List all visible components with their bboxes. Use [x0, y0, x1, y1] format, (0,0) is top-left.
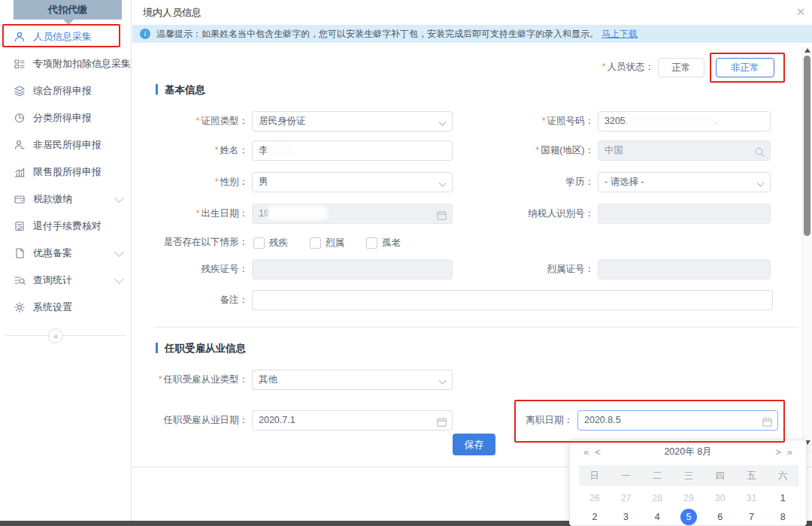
- birth-date-input[interactable]: 19: [252, 204, 453, 224]
- prev-month-icon[interactable]: <: [592, 446, 604, 458]
- day-cell[interactable]: 29: [673, 488, 704, 508]
- sidebar-item-query-statistics[interactable]: 查询统计: [0, 267, 132, 294]
- date-picker-title: 2020年 8月: [604, 446, 772, 458]
- taxpayer-id-input[interactable]: [598, 204, 771, 224]
- checkbox-elderly[interactable]: 孤老: [366, 237, 401, 249]
- employment-type-select[interactable]: 其他: [252, 370, 453, 390]
- search-icon: [754, 146, 765, 157]
- redacted-text: [269, 207, 326, 219]
- employment-date-input[interactable]: 2020.7.1: [252, 410, 453, 431]
- status-normal-button[interactable]: 正常: [658, 58, 704, 77]
- cert-type-label: *证照类型：: [135, 111, 248, 132]
- day-cell[interactable]: 28: [641, 488, 673, 508]
- checkbox-disabled[interactable]: 残疾: [253, 237, 288, 249]
- person-icon: [14, 31, 26, 43]
- save-button[interactable]: 保存: [453, 434, 495, 455]
- section-bar: [156, 343, 158, 353]
- martyr-no-label: 烈属证号：: [481, 259, 594, 280]
- education-select[interactable]: - 请选择 -: [598, 172, 771, 192]
- martyr-no-input[interactable]: [598, 259, 771, 280]
- birth-date-label: *出生日期：: [135, 204, 248, 224]
- notice-banner: i 温馨提示：如果姓名当中包含生僻字的，您可以安装生僻字补丁包，安装完成后即可支…: [132, 25, 812, 43]
- sidebar-item-nonresident-income[interactable]: 非居民所得申报: [0, 132, 132, 159]
- sidebar-menu: 人员信息采集 专项附加扣除信息采集 综合所得申报 分类所得申报 非居民所得申报 …: [0, 23, 132, 321]
- modal-title: 境内人员信息: [143, 6, 201, 20]
- day-cell[interactable]: 8: [767, 507, 798, 526]
- chevron-down-icon: [114, 247, 124, 257]
- sidebar-item-label: 退付手续费核对: [33, 219, 102, 233]
- checkbox-icon: [366, 237, 377, 249]
- education-label: 学历：: [481, 172, 594, 192]
- section-divider: [154, 327, 798, 328]
- day-cell[interactable]: 27: [611, 488, 642, 508]
- calendar-icon: [762, 416, 773, 427]
- sidebar-item-refund-fee-check[interactable]: 退付手续费核对: [0, 213, 132, 240]
- wallet-icon: [14, 193, 26, 205]
- gender-label: *性别：: [135, 172, 248, 192]
- leave-date-label: 离职日期：: [483, 410, 573, 431]
- employment-date-label: 任职受雇从业日期：: [135, 410, 248, 431]
- person-badge-icon: [14, 139, 26, 151]
- day-cell[interactable]: 6: [704, 507, 736, 526]
- sidebar-divider: [6, 335, 126, 336]
- sidebar-item-label: 优惠备案: [33, 246, 72, 260]
- day-cell[interactable]: 7: [736, 507, 768, 526]
- date-picker: « < 2020年 8月 > » 日一二三四五六 26 27 28 29 30 …: [569, 440, 807, 526]
- cert-no-input[interactable]: 3205..: [598, 111, 771, 132]
- section-basic-info: 基本信息: [156, 83, 205, 97]
- name-label: *姓名：: [135, 141, 248, 161]
- nationality-input[interactable]: 中国: [598, 141, 771, 161]
- close-icon[interactable]: ✕: [792, 4, 809, 20]
- chevron-down-icon: [439, 180, 447, 187]
- section-employment-info: 任职受雇从业信息: [156, 342, 246, 355]
- day-cell[interactable]: 4: [641, 507, 673, 526]
- next-month-icon[interactable]: >: [772, 446, 784, 458]
- sidebar-item-label: 分类所得申报: [33, 111, 92, 125]
- sidebar-item-tax-payment[interactable]: 税款缴纳: [0, 186, 132, 213]
- sidebar-collapse-button[interactable]: «: [48, 328, 63, 343]
- sidebar-item-label: 系统设置: [33, 301, 72, 314]
- scrollbar-thumb[interactable]: [804, 56, 810, 236]
- day-cell[interactable]: 31: [736, 488, 768, 508]
- cert-no-label: *证照号码：: [481, 111, 594, 132]
- remark-input[interactable]: [252, 290, 773, 310]
- bar-chart-icon: [14, 166, 26, 178]
- day-cell[interactable]: 2: [579, 507, 611, 526]
- day-cell[interactable]: 3: [611, 507, 642, 526]
- date-row: 2 3 4 5 6 7 8: [579, 507, 798, 526]
- sidebar-item-classified-income[interactable]: 分类所得申报: [0, 104, 132, 132]
- leave-date-input[interactable]: 2020.8.5: [577, 410, 778, 431]
- sidebar-item-personnel-info[interactable]: 人员信息采集: [0, 23, 132, 50]
- sidebar-header-tab[interactable]: 代扣代缴: [14, 0, 122, 20]
- checkbox-martyr[interactable]: 烈属: [310, 237, 344, 249]
- required-mark: *: [602, 62, 606, 72]
- search-list-icon: [14, 274, 26, 286]
- scrollbar-up-arrow[interactable]: [804, 48, 810, 53]
- status-abnormal-button[interactable]: 非正常: [716, 58, 774, 77]
- info-icon: i: [140, 29, 150, 39]
- sidebar-item-restricted-stock[interactable]: 限售股所得申报: [0, 159, 132, 186]
- calendar-icon: [436, 209, 447, 220]
- day-cell[interactable]: 1: [767, 488, 798, 508]
- sidebar-item-special-deduction[interactable]: 专项附加扣除信息采集: [0, 50, 132, 77]
- sidebar-item-preferential-filing[interactable]: 优惠备案: [0, 240, 132, 267]
- next-year-icon[interactable]: »: [784, 446, 795, 458]
- layers-icon: [14, 85, 26, 97]
- prev-year-icon[interactable]: «: [580, 446, 592, 458]
- day-cell[interactable]: 30: [704, 488, 736, 508]
- disability-no-input[interactable]: [252, 259, 453, 280]
- download-link[interactable]: 马上下载: [601, 28, 638, 41]
- day-cell-selected[interactable]: 5: [673, 507, 704, 526]
- sidebar-item-system-settings[interactable]: 系统设置: [0, 294, 132, 321]
- sidebar-item-comprehensive-income[interactable]: 综合所得申报: [0, 77, 132, 104]
- taxpayer-id-label: 纳税人识别号：: [481, 204, 594, 224]
- nationality-label: *国籍(地区)：: [481, 141, 594, 161]
- chevron-down-icon: [439, 119, 447, 126]
- date-picker-header: « < 2020年 8月 > »: [570, 440, 806, 463]
- gender-select[interactable]: 男: [252, 172, 453, 192]
- redacted-text: [268, 144, 294, 156]
- name-input[interactable]: 李: [252, 141, 453, 161]
- cert-type-select[interactable]: 居民身份证: [252, 111, 453, 132]
- day-cell[interactable]: 26: [579, 488, 611, 508]
- remark-label: 备注：: [135, 290, 248, 310]
